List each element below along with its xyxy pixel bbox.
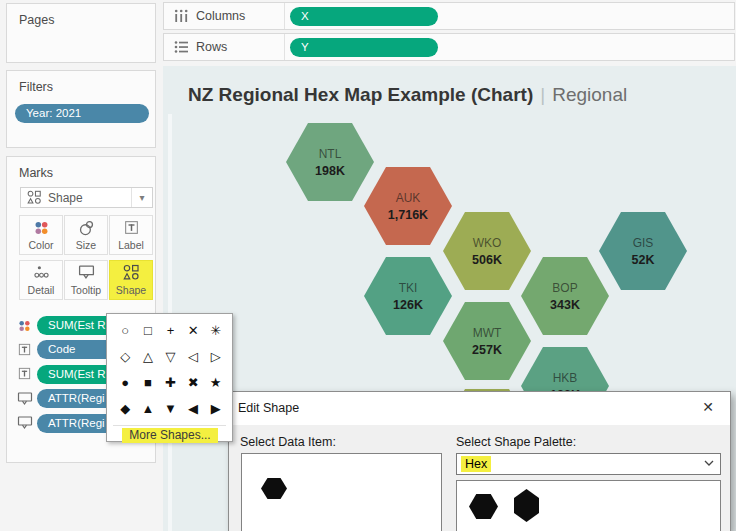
mark-type-dropdown[interactable]: Shape ▾ (20, 187, 153, 208)
hex-region-code: AUK (396, 191, 421, 205)
chart-title-separator: | (533, 84, 552, 105)
data-item-listbox[interactable] (241, 453, 442, 531)
more-shapes-menu-item[interactable]: More Shapes... (122, 428, 218, 443)
shape-mark-icon (27, 190, 42, 205)
hex-region-code: TKI (399, 281, 418, 295)
palette-shapes-box[interactable] (456, 480, 721, 531)
chevron-down-icon[interactable]: ▾ (131, 188, 152, 207)
hex-population-value: 52K (632, 253, 655, 267)
close-icon[interactable]: ✕ (698, 399, 718, 415)
label-button[interactable]: Label (109, 215, 153, 255)
edit-shape-dialog: Edit Shape ✕ Select Data Item: Select Sh… (228, 391, 731, 531)
chart-title: NZ Regional Hex Map Example (Chart)|Regi… (188, 84, 627, 106)
size-button[interactable]: Size (64, 215, 108, 255)
hex-mark-auk[interactable]: AUK1,716K (364, 167, 452, 245)
columns-shelf[interactable]: Columns X (163, 2, 735, 30)
hex-mark-ntl[interactable]: NTL198K (286, 123, 374, 201)
shape-option-1-2[interactable]: ▽ (159, 344, 182, 370)
color-legend-icon[interactable] (17, 318, 37, 334)
shape-option-0-2[interactable]: + (159, 318, 182, 344)
hex-population-value: 257K (472, 343, 502, 357)
shape-option-3-4[interactable]: ▶ (204, 396, 227, 422)
hex-mark-bop[interactable]: BOP343K (521, 257, 609, 335)
palette-value: Hex (461, 456, 491, 472)
hex-mark-mwt[interactable]: MWT257K (443, 302, 531, 380)
hex-mark-tki[interactable]: TKI126K (364, 257, 452, 335)
shape-option-2-0[interactable]: ● (114, 370, 137, 396)
hexagon-pointy-shape[interactable] (514, 489, 539, 522)
chart-title-main: NZ Regional Hex Map Example (Chart) (188, 84, 533, 105)
shape-option-1-0[interactable]: ◇ (114, 344, 137, 370)
rows-label: Rows (196, 40, 227, 54)
shape-option-2-3[interactable]: ✖ (182, 370, 205, 396)
hex-region-code: GIS (633, 236, 654, 250)
shape-option-1-1[interactable]: △ (137, 344, 160, 370)
hex-population-value: 506K (472, 253, 502, 267)
shape-option-3-2[interactable]: ▼ (159, 396, 182, 422)
hexagon-flat-shape[interactable] (469, 494, 498, 519)
select-data-item-label: Select Data Item: (240, 435, 336, 449)
chevron-down-icon[interactable] (704, 460, 714, 466)
color-icon (20, 219, 62, 239)
shape-option-2-4[interactable]: ★ (204, 370, 227, 396)
shape-palette-combobox[interactable]: Hex (456, 453, 721, 475)
hex-region-code: NTL (319, 147, 342, 161)
popup-divider (113, 425, 226, 426)
rows-shelf[interactable]: Rows Y (163, 33, 735, 61)
select-shape-palette-label: Select Shape Palette: (456, 435, 576, 449)
dialog-titlebar[interactable] (229, 392, 730, 425)
hex-mark-wko[interactable]: WKO506K (443, 212, 531, 290)
tooltip-icon (65, 264, 107, 284)
shape-option-3-0[interactable]: ◆ (114, 396, 137, 422)
hex-population-value: 126K (393, 298, 423, 312)
hex-population-value: 198K (315, 164, 345, 178)
text-label-icon[interactable] (17, 342, 37, 358)
shape-option-2-2[interactable]: ✚ (159, 370, 182, 396)
size-icon (65, 219, 107, 239)
tooltip-icon[interactable] (17, 415, 37, 431)
pages-title: Pages (7, 4, 155, 27)
columns-label: Columns (196, 9, 245, 23)
hexagon-data-item[interactable] (261, 478, 287, 499)
tooltip-button[interactable]: Tooltip (64, 260, 108, 300)
shape-option-0-3[interactable]: ✕ (182, 318, 205, 344)
filter-pill-year[interactable]: Year: 2021 (15, 104, 149, 123)
hex-region-code: WKO (473, 236, 502, 250)
shape-option-0-1[interactable]: □ (137, 318, 160, 344)
pages-shelf[interactable]: Pages (6, 3, 156, 63)
marks-title: Marks (7, 157, 155, 180)
shape-palette-popup: ○□+✕✳◇△▽◁▷●■✚✖★◆▲▼◀▶ More Shapes... (106, 313, 233, 442)
label-icon (110, 219, 152, 239)
mark-type-value: Shape (42, 191, 131, 205)
shelf-divider (284, 3, 285, 29)
shape-glyph-grid: ○□+✕✳◇△▽◁▷●■✚✖★◆▲▼◀▶ (114, 318, 227, 422)
shape-option-0-0[interactable]: ○ (114, 318, 137, 344)
tooltip-icon[interactable] (17, 391, 37, 407)
dialog-title: Edit Shape (238, 401, 299, 415)
shape-option-2-1[interactable]: ■ (137, 370, 160, 396)
shape-button[interactable]: Shape (109, 260, 153, 300)
hex-region-code: HKB (553, 371, 578, 385)
shape-option-1-4[interactable]: ▷ (204, 344, 227, 370)
shape-option-3-3[interactable]: ◀ (182, 396, 205, 422)
shape-icon (110, 264, 152, 284)
rows-icon (174, 40, 190, 54)
rows-pill-y[interactable]: Y (290, 38, 438, 57)
detail-button[interactable]: Detail (19, 260, 63, 300)
shape-option-0-4[interactable]: ✳ (204, 318, 227, 344)
text-label-icon[interactable] (17, 366, 37, 382)
color-button[interactable]: Color (19, 215, 63, 255)
shape-option-3-1[interactable]: ▲ (137, 396, 160, 422)
hex-region-code: MWT (473, 326, 502, 340)
shape-option-1-3[interactable]: ◁ (182, 344, 205, 370)
hex-population-value: 343K (550, 298, 580, 312)
filters-shelf[interactable]: Filters Year: 2021 (6, 70, 156, 148)
shelf-divider (284, 34, 285, 60)
detail-icon (20, 264, 62, 284)
columns-pill-x[interactable]: X (290, 7, 438, 26)
columns-icon (174, 9, 190, 23)
hex-population-value: 1,716K (388, 208, 428, 222)
chart-title-subtitle: Regional (552, 84, 627, 105)
hex-region-code: BOP (552, 281, 577, 295)
hex-mark-gis[interactable]: GIS52K (599, 212, 687, 290)
